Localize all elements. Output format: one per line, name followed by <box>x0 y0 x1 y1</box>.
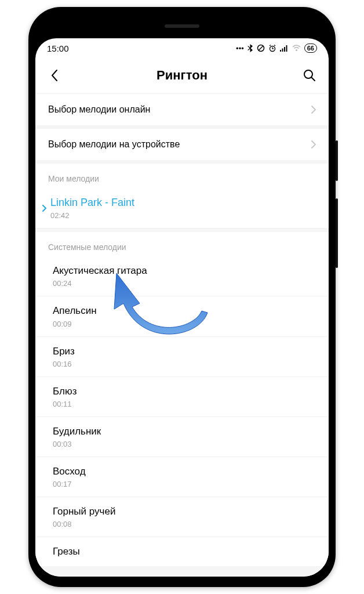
ringtone-item[interactable]: Апельсин 00:09 <box>35 296 329 336</box>
status-right: ••• 66 <box>236 44 317 53</box>
ringtone-duration: 00:16 <box>53 360 316 368</box>
bluetooth-icon <box>247 44 253 52</box>
svg-line-5 <box>270 45 271 46</box>
svg-rect-10 <box>286 45 287 52</box>
signal-icon <box>280 45 289 52</box>
svg-rect-7 <box>280 50 281 52</box>
system-melodies-list: Акустическая гитара 00:24 Апельсин 00:09… <box>35 256 329 566</box>
search-button[interactable] <box>301 67 318 84</box>
chevron-right-icon <box>42 204 47 212</box>
phone-frame: 15:00 ••• 66 <box>28 7 336 587</box>
chevron-left-icon <box>50 68 59 82</box>
nav-label: Выбор мелодии на устройстве <box>48 139 180 150</box>
ringtone-duration: 00:17 <box>53 480 316 488</box>
status-bar: 15:00 ••• 66 <box>35 38 329 58</box>
my-melodies-list: Linkin Park - Faint 02:42 <box>35 188 329 229</box>
chevron-right-icon <box>311 140 316 148</box>
ringtone-title: Восход <box>53 465 316 478</box>
wifi-icon <box>292 45 301 52</box>
ringtone-title: Бриз <box>53 345 316 358</box>
ringtone-item[interactable]: Восход 00:17 <box>35 457 329 497</box>
svg-line-13 <box>312 78 315 81</box>
ringtone-duration: 00:24 <box>53 279 316 288</box>
app-header: Рингтон <box>35 58 329 93</box>
page-title: Рингтон <box>156 68 208 83</box>
svg-rect-9 <box>284 47 285 52</box>
section-system-melodies: Системные мелодии <box>35 232 329 256</box>
ringtone-item[interactable]: Бриз 00:16 <box>35 337 329 377</box>
ringtone-item[interactable]: Горный ручей 00:08 <box>35 497 329 537</box>
section-my-melodies: Мои мелодии <box>35 164 329 188</box>
ringtone-item[interactable]: Блюз 00:11 <box>35 377 329 417</box>
ringtone-title: Будильник <box>53 425 316 438</box>
ringtone-item-selected[interactable]: Linkin Park - Faint 02:42 <box>35 188 329 229</box>
ringtone-item[interactable]: Будильник 00:03 <box>35 417 329 457</box>
dots-icon: ••• <box>236 44 244 53</box>
ringtone-item[interactable]: Акустическая гитара 00:24 <box>35 256 329 296</box>
ringtone-title: Акустическая гитара <box>53 265 316 277</box>
chevron-right-icon <box>311 106 316 114</box>
choose-melody-device[interactable]: Выбор мелодии на устройстве <box>35 129 329 160</box>
ringtone-title: Linkin Park - Faint <box>50 196 134 209</box>
screen: 15:00 ••• 66 <box>35 38 329 577</box>
nav-label: Выбор мелодии онлайн <box>48 104 150 115</box>
phone-notch <box>35 14 329 38</box>
svg-line-6 <box>274 45 275 46</box>
ringtone-title: Грезы <box>53 545 316 558</box>
ringtone-duration: 00:03 <box>53 440 316 448</box>
svg-line-1 <box>259 46 263 50</box>
speaker-grille <box>165 24 199 28</box>
ringtone-duration: 02:42 <box>50 211 134 220</box>
choose-melody-online[interactable]: Выбор мелодии онлайн <box>35 94 329 125</box>
content-area: Выбор мелодии онлайн Выбор мелодии на ус… <box>35 93 329 577</box>
svg-rect-8 <box>282 49 283 52</box>
svg-point-11 <box>296 49 297 51</box>
alarm-icon <box>268 44 276 52</box>
ringtone-title: Горный ручей <box>53 505 316 518</box>
ringtone-title: Апельсин <box>53 305 316 317</box>
back-button[interactable] <box>46 67 63 84</box>
dnd-icon <box>257 44 265 52</box>
ringtone-title: Блюз <box>53 385 316 398</box>
ringtone-duration: 00:08 <box>53 520 316 528</box>
status-time: 15:00 <box>47 44 69 53</box>
search-icon <box>303 69 316 82</box>
battery-indicator: 66 <box>304 44 317 53</box>
ringtone-item[interactable]: Грезы <box>35 537 329 566</box>
ringtone-duration: 00:09 <box>53 320 316 328</box>
ringtone-duration: 00:11 <box>53 400 316 408</box>
